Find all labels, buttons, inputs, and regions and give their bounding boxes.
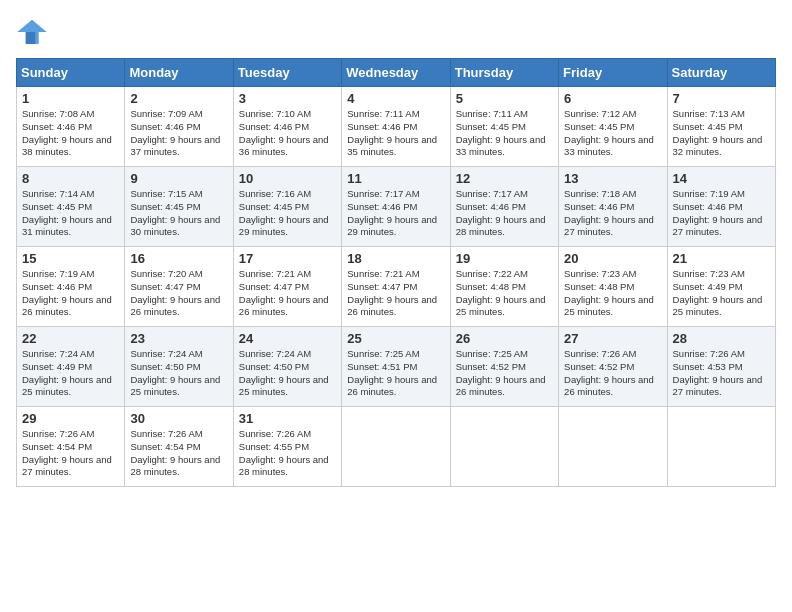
header-sunday: Sunday <box>17 59 125 87</box>
week-row-5: 29 Sunrise: 7:26 AM Sunset: 4:54 PM Dayl… <box>17 407 776 487</box>
day-info: Sunrise: 7:08 AM Sunset: 4:46 PM Dayligh… <box>22 108 119 159</box>
calendar-cell: 14 Sunrise: 7:19 AM Sunset: 4:46 PM Dayl… <box>667 167 775 247</box>
day-number: 2 <box>130 91 227 106</box>
week-row-4: 22 Sunrise: 7:24 AM Sunset: 4:49 PM Dayl… <box>17 327 776 407</box>
day-number: 5 <box>456 91 553 106</box>
day-info: Sunrise: 7:26 AM Sunset: 4:54 PM Dayligh… <box>22 428 119 479</box>
header-monday: Monday <box>125 59 233 87</box>
calendar-cell: 24 Sunrise: 7:24 AM Sunset: 4:50 PM Dayl… <box>233 327 341 407</box>
day-info: Sunrise: 7:25 AM Sunset: 4:52 PM Dayligh… <box>456 348 553 399</box>
day-info: Sunrise: 7:13 AM Sunset: 4:45 PM Dayligh… <box>673 108 770 159</box>
calendar-cell: 17 Sunrise: 7:21 AM Sunset: 4:47 PM Dayl… <box>233 247 341 327</box>
calendar-cell: 16 Sunrise: 7:20 AM Sunset: 4:47 PM Dayl… <box>125 247 233 327</box>
day-info: Sunrise: 7:24 AM Sunset: 4:50 PM Dayligh… <box>239 348 336 399</box>
calendar-cell: 2 Sunrise: 7:09 AM Sunset: 4:46 PM Dayli… <box>125 87 233 167</box>
day-number: 24 <box>239 331 336 346</box>
calendar-cell: 3 Sunrise: 7:10 AM Sunset: 4:46 PM Dayli… <box>233 87 341 167</box>
calendar-cell: 30 Sunrise: 7:26 AM Sunset: 4:54 PM Dayl… <box>125 407 233 487</box>
calendar-cell: 21 Sunrise: 7:23 AM Sunset: 4:49 PM Dayl… <box>667 247 775 327</box>
calendar-cell: 20 Sunrise: 7:23 AM Sunset: 4:48 PM Dayl… <box>559 247 667 327</box>
calendar-cell: 10 Sunrise: 7:16 AM Sunset: 4:45 PM Dayl… <box>233 167 341 247</box>
day-number: 7 <box>673 91 770 106</box>
calendar-cell: 12 Sunrise: 7:17 AM Sunset: 4:46 PM Dayl… <box>450 167 558 247</box>
week-row-3: 15 Sunrise: 7:19 AM Sunset: 4:46 PM Dayl… <box>17 247 776 327</box>
calendar-cell: 22 Sunrise: 7:24 AM Sunset: 4:49 PM Dayl… <box>17 327 125 407</box>
day-info: Sunrise: 7:09 AM Sunset: 4:46 PM Dayligh… <box>130 108 227 159</box>
day-info: Sunrise: 7:17 AM Sunset: 4:46 PM Dayligh… <box>347 188 444 239</box>
day-info: Sunrise: 7:15 AM Sunset: 4:45 PM Dayligh… <box>130 188 227 239</box>
day-number: 26 <box>456 331 553 346</box>
calendar-cell: 23 Sunrise: 7:24 AM Sunset: 4:50 PM Dayl… <box>125 327 233 407</box>
day-info: Sunrise: 7:19 AM Sunset: 4:46 PM Dayligh… <box>673 188 770 239</box>
day-number: 22 <box>22 331 119 346</box>
calendar-cell: 26 Sunrise: 7:25 AM Sunset: 4:52 PM Dayl… <box>450 327 558 407</box>
day-number: 8 <box>22 171 119 186</box>
calendar-cell: 31 Sunrise: 7:26 AM Sunset: 4:55 PM Dayl… <box>233 407 341 487</box>
calendar-cell: 11 Sunrise: 7:17 AM Sunset: 4:46 PM Dayl… <box>342 167 450 247</box>
day-number: 20 <box>564 251 661 266</box>
day-number: 12 <box>456 171 553 186</box>
day-info: Sunrise: 7:19 AM Sunset: 4:46 PM Dayligh… <box>22 268 119 319</box>
day-info: Sunrise: 7:16 AM Sunset: 4:45 PM Dayligh… <box>239 188 336 239</box>
calendar-cell <box>667 407 775 487</box>
day-number: 31 <box>239 411 336 426</box>
day-number: 6 <box>564 91 661 106</box>
day-number: 15 <box>22 251 119 266</box>
day-number: 9 <box>130 171 227 186</box>
day-number: 29 <box>22 411 119 426</box>
day-info: Sunrise: 7:10 AM Sunset: 4:46 PM Dayligh… <box>239 108 336 159</box>
day-info: Sunrise: 7:21 AM Sunset: 4:47 PM Dayligh… <box>239 268 336 319</box>
day-info: Sunrise: 7:14 AM Sunset: 4:45 PM Dayligh… <box>22 188 119 239</box>
day-info: Sunrise: 7:25 AM Sunset: 4:51 PM Dayligh… <box>347 348 444 399</box>
calendar-cell: 29 Sunrise: 7:26 AM Sunset: 4:54 PM Dayl… <box>17 407 125 487</box>
day-info: Sunrise: 7:11 AM Sunset: 4:45 PM Dayligh… <box>456 108 553 159</box>
day-info: Sunrise: 7:24 AM Sunset: 4:50 PM Dayligh… <box>130 348 227 399</box>
page-header <box>16 16 776 48</box>
calendar-cell: 25 Sunrise: 7:25 AM Sunset: 4:51 PM Dayl… <box>342 327 450 407</box>
day-number: 14 <box>673 171 770 186</box>
header-row: SundayMondayTuesdayWednesdayThursdayFrid… <box>17 59 776 87</box>
day-info: Sunrise: 7:11 AM Sunset: 4:46 PM Dayligh… <box>347 108 444 159</box>
day-number: 30 <box>130 411 227 426</box>
day-info: Sunrise: 7:21 AM Sunset: 4:47 PM Dayligh… <box>347 268 444 319</box>
calendar-cell: 28 Sunrise: 7:26 AM Sunset: 4:53 PM Dayl… <box>667 327 775 407</box>
day-info: Sunrise: 7:17 AM Sunset: 4:46 PM Dayligh… <box>456 188 553 239</box>
header-friday: Friday <box>559 59 667 87</box>
calendar-cell: 27 Sunrise: 7:26 AM Sunset: 4:52 PM Dayl… <box>559 327 667 407</box>
calendar-cell: 1 Sunrise: 7:08 AM Sunset: 4:46 PM Dayli… <box>17 87 125 167</box>
logo-icon <box>16 16 48 48</box>
day-info: Sunrise: 7:22 AM Sunset: 4:48 PM Dayligh… <box>456 268 553 319</box>
day-number: 19 <box>456 251 553 266</box>
day-number: 17 <box>239 251 336 266</box>
day-number: 1 <box>22 91 119 106</box>
calendar-cell: 5 Sunrise: 7:11 AM Sunset: 4:45 PM Dayli… <box>450 87 558 167</box>
day-info: Sunrise: 7:23 AM Sunset: 4:49 PM Dayligh… <box>673 268 770 319</box>
day-info: Sunrise: 7:18 AM Sunset: 4:46 PM Dayligh… <box>564 188 661 239</box>
calendar-body: 1 Sunrise: 7:08 AM Sunset: 4:46 PM Dayli… <box>17 87 776 487</box>
header-wednesday: Wednesday <box>342 59 450 87</box>
day-number: 13 <box>564 171 661 186</box>
day-info: Sunrise: 7:23 AM Sunset: 4:48 PM Dayligh… <box>564 268 661 319</box>
day-info: Sunrise: 7:26 AM Sunset: 4:54 PM Dayligh… <box>130 428 227 479</box>
header-thursday: Thursday <box>450 59 558 87</box>
calendar-cell: 19 Sunrise: 7:22 AM Sunset: 4:48 PM Dayl… <box>450 247 558 327</box>
day-number: 10 <box>239 171 336 186</box>
calendar-header: SundayMondayTuesdayWednesdayThursdayFrid… <box>17 59 776 87</box>
calendar-cell: 18 Sunrise: 7:21 AM Sunset: 4:47 PM Dayl… <box>342 247 450 327</box>
day-info: Sunrise: 7:26 AM Sunset: 4:55 PM Dayligh… <box>239 428 336 479</box>
calendar-cell <box>342 407 450 487</box>
day-number: 25 <box>347 331 444 346</box>
day-number: 28 <box>673 331 770 346</box>
calendar-cell: 7 Sunrise: 7:13 AM Sunset: 4:45 PM Dayli… <box>667 87 775 167</box>
calendar-cell: 8 Sunrise: 7:14 AM Sunset: 4:45 PM Dayli… <box>17 167 125 247</box>
day-info: Sunrise: 7:24 AM Sunset: 4:49 PM Dayligh… <box>22 348 119 399</box>
calendar-cell: 6 Sunrise: 7:12 AM Sunset: 4:45 PM Dayli… <box>559 87 667 167</box>
calendar-table: SundayMondayTuesdayWednesdayThursdayFrid… <box>16 58 776 487</box>
day-number: 23 <box>130 331 227 346</box>
day-number: 16 <box>130 251 227 266</box>
day-info: Sunrise: 7:12 AM Sunset: 4:45 PM Dayligh… <box>564 108 661 159</box>
header-tuesday: Tuesday <box>233 59 341 87</box>
calendar-cell: 4 Sunrise: 7:11 AM Sunset: 4:46 PM Dayli… <box>342 87 450 167</box>
header-saturday: Saturday <box>667 59 775 87</box>
calendar-cell: 9 Sunrise: 7:15 AM Sunset: 4:45 PM Dayli… <box>125 167 233 247</box>
